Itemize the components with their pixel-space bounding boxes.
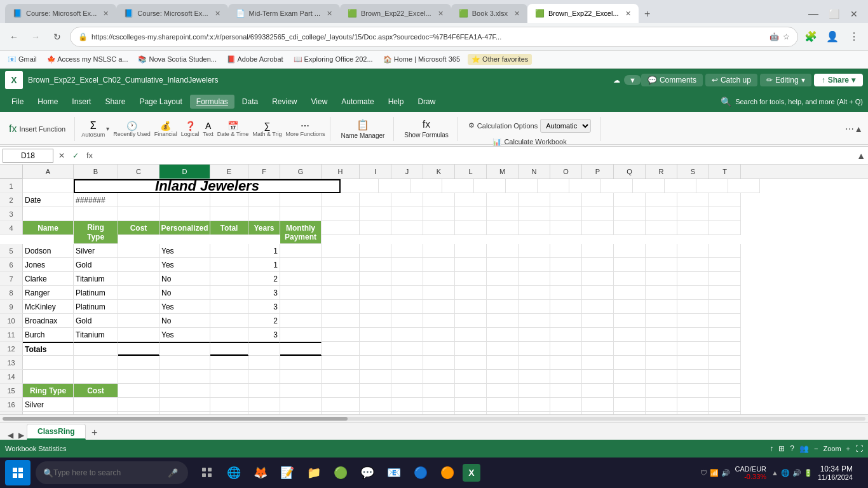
cell-o13[interactable] — [550, 356, 582, 370]
cell-f16[interactable] — [248, 398, 280, 412]
cell-g2[interactable] — [280, 193, 322, 207]
cell-o9[interactable] — [550, 300, 582, 314]
cell-j9[interactable] — [391, 300, 423, 314]
editing-button[interactable]: ✏ Editing ▾ — [760, 74, 811, 86]
menu-automate[interactable]: Automate — [335, 95, 380, 109]
zoom-minus[interactable]: − — [814, 445, 818, 452]
cell-l11[interactable] — [455, 328, 487, 342]
cell-k15[interactable] — [423, 384, 455, 398]
row-num-3[interactable]: 3 — [0, 207, 23, 221]
cell-m11[interactable] — [487, 328, 519, 342]
cell-r5[interactable] — [646, 244, 677, 258]
cell-d13[interactable] — [159, 356, 210, 370]
tab-1[interactable]: 📘 Course: Microsoft Ex... ✕ — [5, 4, 116, 23]
cell-h3[interactable] — [322, 207, 360, 221]
row-num-4[interactable]: 4 — [0, 221, 23, 235]
cell-b1-merged-title[interactable]: Inland Jewelers — [74, 179, 341, 193]
cell-b13[interactable] — [74, 356, 118, 370]
cell-k14[interactable] — [423, 370, 455, 384]
cell-g4[interactable]: MonthlyPayment — [280, 221, 322, 244]
cell-a14[interactable] — [23, 370, 74, 384]
cell-n13[interactable] — [519, 356, 550, 370]
cell-o16[interactable] — [550, 398, 582, 412]
cell-r17[interactable] — [646, 412, 677, 414]
cell-o1[interactable] — [569, 179, 601, 193]
autosum-dropdown[interactable]: ▾ — [106, 125, 109, 132]
bookmark-exploring[interactable]: 📖 Exploring Office 202... — [291, 54, 376, 65]
cell-h2[interactable] — [322, 193, 360, 207]
tab-close-2[interactable]: ✕ — [215, 10, 220, 18]
zoom-plus[interactable]: + — [846, 445, 850, 452]
cell-l4[interactable] — [455, 221, 487, 235]
formula-expand-button[interactable]: ▲ — [857, 151, 865, 161]
menu-review[interactable]: Review — [266, 95, 303, 109]
cell-n15[interactable] — [519, 384, 550, 398]
show-desktop-button[interactable] — [858, 460, 863, 485]
cell-e15[interactable] — [210, 384, 248, 398]
cell-j16[interactable] — [391, 398, 423, 412]
more-options-button[interactable]: ⋮ — [845, 28, 863, 46]
col-header-m[interactable]: M — [487, 165, 519, 179]
cell-p9[interactable] — [582, 300, 614, 314]
cell-b11[interactable]: Titanium — [74, 328, 118, 342]
cell-l2[interactable] — [455, 193, 487, 207]
cell-l15[interactable] — [455, 384, 487, 398]
cell-t5[interactable] — [709, 244, 741, 258]
cell-j4[interactable] — [391, 221, 423, 235]
cell-s15[interactable] — [677, 384, 709, 398]
cell-q2[interactable] — [614, 193, 646, 207]
row-num-17[interactable]: 17 — [0, 412, 23, 414]
cell-l14[interactable] — [455, 370, 487, 384]
cell-b9[interactable]: Platinum — [74, 300, 118, 314]
forward-button[interactable]: → — [27, 28, 44, 46]
cell-s9[interactable] — [677, 300, 709, 314]
cell-b3[interactable] — [74, 207, 118, 221]
cell-s13[interactable] — [677, 356, 709, 370]
cell-r8[interactable] — [646, 286, 677, 300]
cell-t13[interactable] — [709, 356, 741, 370]
cell-e3[interactable] — [210, 207, 248, 221]
cell-q6[interactable] — [614, 258, 646, 272]
cell-c2[interactable] — [118, 193, 159, 207]
cell-k6[interactable] — [423, 258, 455, 272]
cell-r14[interactable] — [646, 370, 677, 384]
cell-m14[interactable] — [487, 370, 519, 384]
cell-t6[interactable] — [709, 258, 741, 272]
cell-o4[interactable] — [550, 221, 582, 235]
cell-m9[interactable] — [487, 300, 519, 314]
cell-h13[interactable] — [322, 356, 360, 370]
cell-p2[interactable] — [582, 193, 614, 207]
row-num-5[interactable]: 5 — [0, 244, 23, 258]
cell-i10[interactable] — [360, 314, 391, 328]
cell-n7[interactable] — [519, 272, 550, 286]
cell-p13[interactable] — [582, 356, 614, 370]
ribbon-search-button[interactable]: 🔍 — [721, 97, 731, 107]
cell-i7[interactable] — [360, 272, 391, 286]
cell-a9[interactable]: McKinley — [23, 300, 74, 314]
cell-q15[interactable] — [614, 384, 646, 398]
cell-h11[interactable] — [322, 328, 360, 342]
cell-j17[interactable] — [391, 412, 423, 414]
cell-f10[interactable]: 2 — [248, 314, 280, 328]
tab-close-5[interactable]: ✕ — [514, 10, 520, 18]
cell-n11[interactable] — [519, 328, 550, 342]
cell-l10[interactable] — [455, 314, 487, 328]
cell-n5[interactable] — [519, 244, 550, 258]
cell-s12[interactable] — [677, 342, 709, 356]
tab-close-1[interactable]: ✕ — [103, 10, 109, 18]
menu-file[interactable]: File — [5, 95, 30, 109]
cell-l12[interactable] — [455, 342, 487, 356]
cell-n3[interactable] — [519, 207, 550, 221]
cell-o5[interactable] — [550, 244, 582, 258]
cell-q9[interactable] — [614, 300, 646, 314]
address-bar[interactable]: 🔒 https://cscolleges-my.sharepoint.com/:… — [70, 27, 798, 47]
taskbar-word[interactable]: 📝 — [276, 461, 299, 484]
cell-o11[interactable] — [550, 328, 582, 342]
cell-n17[interactable] — [519, 412, 550, 414]
bookmark-acrobat[interactable]: 📕 Adobe Acrobat — [224, 54, 286, 65]
col-header-i[interactable]: I — [360, 165, 391, 179]
show-formulas-button[interactable]: fx Show Formulas — [400, 117, 452, 140]
cell-c13[interactable] — [118, 356, 159, 370]
cell-a11[interactable]: Burch — [23, 328, 74, 342]
cell-m6[interactable] — [487, 258, 519, 272]
